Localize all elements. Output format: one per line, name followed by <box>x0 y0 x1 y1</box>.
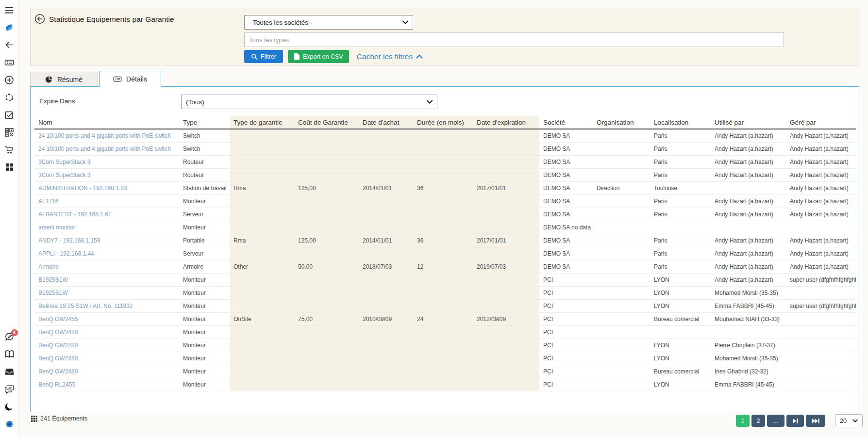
table-row: BenQ GW2455MoniteurOnSite75,002010/09/09… <box>34 312 856 325</box>
equipment-link[interactable]: 24 10/100 ports and 4 gigabit ports with… <box>34 142 179 155</box>
cell: 2014/01/01 <box>359 181 413 194</box>
column-header: Géré par <box>786 116 856 129</box>
app-logo-icon[interactable] <box>4 22 15 32</box>
cell: Moniteur <box>179 325 230 339</box>
equipment-link[interactable]: ANDY7 - 192.168.1.159 <box>34 234 179 247</box>
cell <box>786 352 856 365</box>
equipment-link[interactable]: BenQ GW2455 <box>34 312 179 325</box>
equipment-link[interactable]: BenQ GW2480 <box>34 365 179 378</box>
cell <box>294 142 359 155</box>
cell: Rma <box>230 234 294 247</box>
cell: PCI <box>539 286 593 299</box>
cell: DEMO SA <box>539 208 593 221</box>
cell: Paris <box>650 234 711 247</box>
comments-icon[interactable] <box>4 384 15 394</box>
cell: 2017/01/01 <box>473 234 539 247</box>
cell: Andy Hazart (a.hazart) <box>711 129 786 142</box>
equipment-link[interactable]: ALBANTEST - 192.168.1.61 <box>34 208 179 221</box>
page-more-button[interactable]: … <box>767 415 785 427</box>
equipment-link[interactable]: APPLI - 192.168.1.44 <box>34 247 179 260</box>
company-select[interactable]: - Toutes les sociétés - <box>244 15 413 30</box>
equipment-link[interactable]: 24 10/100 ports and 4 gigabit ports with… <box>34 129 179 142</box>
community-icon[interactable] <box>4 92 15 102</box>
plus-circle-icon[interactable] <box>4 75 15 85</box>
cell <box>593 352 650 365</box>
cell <box>413 129 473 142</box>
tab-details[interactable]: Détails <box>99 71 161 87</box>
cell: Andy Hazart (a.hazart) <box>786 129 856 142</box>
cell <box>294 194 359 208</box>
cell <box>473 208 539 221</box>
cell <box>473 168 539 181</box>
menu-icon[interactable] <box>4 5 15 15</box>
cell: Moniteur <box>179 339 230 352</box>
cell <box>359 155 413 168</box>
equipment-link[interactable]: B1925S1W <box>34 273 179 286</box>
cell: OnSite <box>230 312 294 325</box>
cell <box>413 339 473 352</box>
cell <box>359 129 413 142</box>
equipment-link[interactable]: BenQ GW2480 <box>34 339 179 352</box>
next-page-button[interactable] <box>786 415 804 427</box>
qrcode-icon[interactable] <box>4 127 15 137</box>
expire-select[interactable]: (Tous) <box>181 95 437 109</box>
chat-notification-icon[interactable]: 8 <box>4 332 15 342</box>
back-button[interactable] <box>34 14 45 24</box>
equipment-link[interactable]: BenQ RL2455 <box>34 378 179 391</box>
column-header: Durée (en mois) <box>413 116 473 129</box>
cell <box>294 208 359 221</box>
equipment-link[interactable]: Belinea 19 25 S1W / Art. No. 111932 <box>34 299 179 312</box>
cell <box>413 273 473 286</box>
cell: Routeur <box>179 155 230 168</box>
cell <box>230 129 294 142</box>
ticket-icon[interactable] <box>4 57 15 67</box>
inbox-icon[interactable] <box>4 367 15 377</box>
cell <box>473 339 539 352</box>
back-arrow-icon[interactable] <box>4 40 15 50</box>
cell: Serveur <box>179 208 230 221</box>
cell <box>593 234 650 247</box>
equipment-link[interactable]: 3Com SuperStack 3 <box>34 168 179 181</box>
dark-mode-icon[interactable] <box>4 402 15 412</box>
cell: DEMO SA <box>539 181 593 194</box>
cell <box>473 247 539 260</box>
cell <box>413 168 473 181</box>
cell <box>294 339 359 352</box>
export-csv-button[interactable]: Export en CSV <box>288 50 349 63</box>
checkbox-icon[interactable] <box>4 110 15 120</box>
column-header: Date d'achat <box>359 116 413 129</box>
page-size-select[interactable]: 20 <box>835 414 863 427</box>
cell <box>413 142 473 155</box>
table-row: ALBANTEST - 192.168.1.61ServeurDEMO SAPa… <box>34 208 856 221</box>
equipment-link[interactable]: Armoire <box>34 260 179 273</box>
details-panel: Expire Dans (Tous) NomTypeType de garant… <box>30 86 859 412</box>
table-row: BenQ GW2480MoniteurPCI <box>34 325 856 339</box>
apps-grid-icon[interactable] <box>4 162 15 172</box>
last-page-button[interactable] <box>806 415 825 427</box>
types-input[interactable] <box>244 32 784 47</box>
hide-filters-link[interactable]: Cacher les filtres <box>357 52 423 61</box>
cell: PCI <box>539 312 593 325</box>
cell: Switch <box>179 129 230 142</box>
equipment-link[interactable]: ADMINISTRATION - 192.168.1.23 <box>34 181 179 194</box>
assistant-icon[interactable] <box>4 419 15 429</box>
cell <box>294 247 359 260</box>
cell: Andy Hazart (a.hazart) <box>711 142 786 155</box>
page-2-button[interactable]: 2 <box>751 415 765 427</box>
filter-button[interactable]: Filtrer <box>244 50 283 63</box>
book-icon[interactable] <box>4 349 15 359</box>
page-1-button[interactable]: 1 <box>736 415 750 427</box>
cell: 36 <box>413 234 473 247</box>
column-header: Coût de Garantie <box>294 116 359 129</box>
tab-resume[interactable]: Résumé <box>30 72 98 86</box>
equipment-link[interactable]: ameni monitor <box>34 221 179 234</box>
equipment-link[interactable]: 3Com SuperStack 3 <box>34 155 179 168</box>
column-header: Type <box>179 116 230 129</box>
equipment-link[interactable]: AL1716 <box>34 194 179 208</box>
cell: 75,00 <box>294 312 359 325</box>
cart-icon[interactable] <box>4 145 15 155</box>
table-row: ANDY7 - 192.168.1.159PortableRma125,0020… <box>34 234 856 247</box>
equipment-link[interactable]: BenQ GW2480 <box>34 352 179 365</box>
equipment-link[interactable]: B1925S1W <box>34 286 179 299</box>
equipment-link[interactable]: BenQ GW2480 <box>34 325 179 339</box>
